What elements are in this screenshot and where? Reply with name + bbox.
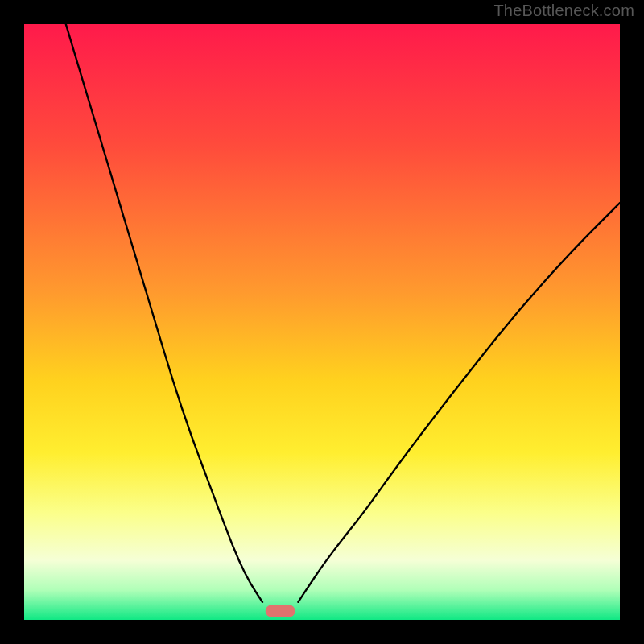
chart-marker (266, 605, 295, 617)
bottleneck-marker (266, 605, 295, 617)
chart-frame: TheBottleneck.com (0, 0, 644, 644)
chart-plot (24, 24, 620, 620)
chart-background (24, 24, 620, 620)
chart-svg (24, 24, 620, 620)
watermark-label: TheBottleneck.com (493, 2, 634, 20)
